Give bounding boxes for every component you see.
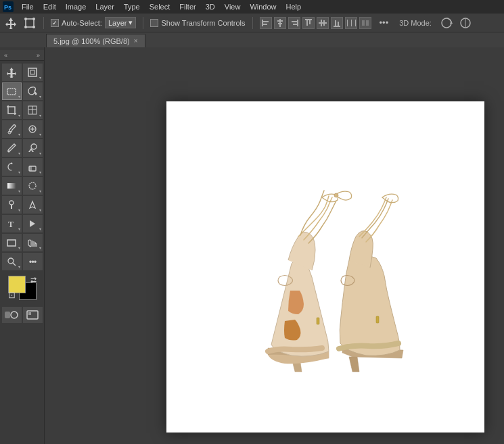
svg-rect-22 [323, 20, 325, 26]
type-tool-button[interactable]: T ▾ [2, 215, 22, 232]
pen-tool-button[interactable]: ▾ [23, 196, 43, 214]
svg-rect-13 [278, 23, 282, 24]
menu-help[interactable]: Help [282, 1, 306, 12]
svg-rect-30 [366, 20, 369, 26]
lasso-tool-button[interactable]: ▾ [23, 82, 43, 100]
svg-point-53 [9, 201, 14, 205]
svg-point-59 [11, 312, 18, 318]
menu-filter[interactable]: Filter [175, 1, 200, 12]
separator-2 [143, 17, 143, 29]
zoom-tool-button[interactable]: ▾ [2, 253, 22, 270]
shoe-image [197, 139, 454, 395]
svg-rect-55 [7, 240, 16, 246]
svg-rect-3 [26, 19, 34, 27]
layer-dropdown[interactable]: Layer ▾ [105, 17, 137, 28]
menu-layer[interactable]: Layer [91, 1, 118, 12]
svg-point-52 [29, 182, 36, 189]
menu-select[interactable]: Select [145, 1, 175, 12]
dodge-tool-button[interactable]: ▾ [2, 196, 22, 214]
screen-mode-button[interactable] [23, 307, 43, 323]
clone-stamp-tool-button[interactable]: ▾ [23, 139, 43, 157]
gradient-tool-button[interactable]: ▾ [2, 177, 22, 195]
align-top-icon[interactable] [302, 17, 315, 29]
tab-bar: 5.jpg @ 100% (RGB/8) × [0, 32, 504, 47]
svg-point-7 [24, 26, 27, 28]
eyedropper-tool-button[interactable]: ▾ [2, 120, 22, 138]
menu-3d[interactable]: 3D [202, 1, 219, 12]
shape-tool-button[interactable]: ▾ [2, 234, 22, 251]
svg-rect-24 [335, 20, 336, 26]
menu-edit[interactable]: Edit [39, 1, 60, 12]
tool-row-10: ▾ ▾ [2, 234, 43, 251]
artboard-tool-button[interactable]: ▾ [23, 64, 43, 81]
tab-close-button[interactable]: × [134, 37, 138, 45]
tool-row-6: ▾ ▾ [2, 158, 43, 176]
move-tool-icon[interactable] [4, 16, 18, 30]
history-brush-button[interactable]: ▾ [2, 158, 22, 176]
crop-tool-button[interactable]: ▾ [2, 101, 22, 119]
transform-controls-checkbox[interactable] [150, 19, 158, 27]
menu-file[interactable]: File [18, 1, 38, 12]
tool-row-7: ▾ ▾ [2, 177, 43, 195]
canvas-document [166, 101, 484, 433]
menu-image[interactable]: Image [62, 1, 91, 12]
svg-rect-27 [351, 20, 352, 26]
tool-row-11: ▾ ••• [2, 253, 43, 270]
path-selection-button[interactable]: ▾ [23, 215, 43, 232]
svg-point-62 [334, 193, 338, 197]
svg-rect-18 [306, 20, 308, 26]
align-left-icon[interactable] [260, 17, 272, 29]
align-right-icon[interactable] [288, 17, 300, 29]
svg-text:T: T [8, 220, 14, 229]
align-middle-v-icon[interactable] [317, 17, 329, 29]
three-d-mode-label: 3D Mode: [399, 19, 432, 27]
toolbar: « » ▾ ▾ ▾ [0, 47, 45, 444]
svg-point-47 [31, 144, 37, 149]
eraser-tool-button[interactable]: ▾ [23, 158, 43, 176]
healing-tool-button[interactable]: ▾ [23, 120, 43, 138]
transform-icon[interactable] [23, 16, 37, 30]
slice-tool-button[interactable]: ▾ [23, 101, 43, 119]
blur-tool-button[interactable]: ▾ [23, 177, 43, 195]
tool-row-5: ▾ ▾ [2, 139, 43, 157]
document-tab[interactable]: 5.jpg @ 100% (RGB/8) × [46, 34, 145, 47]
tool-row-1: ▾ [2, 64, 43, 81]
reset-colors-icon[interactable]: ⊡ [8, 290, 16, 300]
auto-select-checkbox[interactable] [51, 19, 59, 27]
svg-rect-10 [263, 24, 267, 25]
quick-mask-button[interactable] [2, 307, 22, 323]
canvas-container [166, 101, 484, 433]
color-swatches: ⊡ ⇄ [8, 276, 37, 300]
canvas-area[interactable] [45, 47, 504, 444]
tool-row-2: ▾ ▾ [2, 82, 43, 100]
brush-tool-button[interactable]: ▾ [2, 139, 22, 157]
hand-tool-button[interactable]: ▾ [23, 234, 43, 251]
svg-marker-2 [5, 18, 16, 29]
toolbar-collapse-button[interactable]: « » [0, 50, 44, 61]
ps-logo: Ps [3, 1, 14, 12]
align-center-h-icon[interactable] [274, 17, 286, 29]
swap-colors-icon[interactable]: ⇄ [30, 276, 37, 285]
3d-rotate-icon[interactable] [440, 16, 453, 30]
svg-rect-63 [317, 318, 319, 324]
separator-1 [43, 17, 44, 29]
distribute-center-icon[interactable] [359, 17, 371, 29]
menu-type[interactable]: Type [120, 1, 144, 12]
svg-rect-20 [319, 22, 327, 24]
menu-window[interactable]: Window [246, 1, 280, 12]
more-options-icon[interactable]: ••• [380, 18, 389, 28]
separator-3 [252, 17, 253, 29]
collapse-left-arrow: « [4, 52, 7, 59]
more-tools-button[interactable]: ••• [23, 253, 43, 270]
menu-view[interactable]: View [221, 1, 245, 12]
menu-bar: Ps File Edit Image Layer Type Select Fil… [0, 0, 504, 14]
svg-point-5 [32, 18, 35, 20]
svg-rect-37 [30, 70, 35, 74]
svg-rect-26 [347, 20, 348, 26]
move-tool-button[interactable] [2, 64, 22, 81]
distribute-left-icon[interactable] [345, 17, 357, 29]
align-icons-group [260, 17, 371, 29]
align-bottom-icon[interactable] [331, 17, 343, 29]
marquee-rect-tool-button[interactable]: ▾ [2, 82, 22, 100]
3d-reset-icon[interactable] [459, 16, 472, 30]
